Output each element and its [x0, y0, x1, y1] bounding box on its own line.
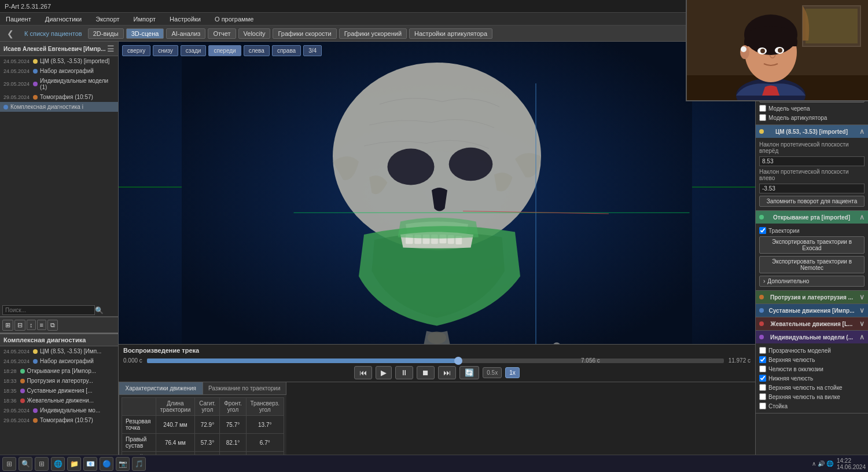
taskbar-app2[interactable]: 📁 [67, 457, 81, 471]
bottom-item-0[interactable]: 24.05.2024 ЦМ (8.53, -3.53) [Имп... [0, 346, 118, 356]
tab-velocity[interactable]: Velocity [238, 28, 271, 39]
bottom-item-1[interactable]: 24.05.2024 Набор аксиографий [0, 356, 118, 366]
view-back[interactable]: сзади [181, 45, 207, 56]
cm-save-btn[interactable]: Запомнить поворот для пациента [759, 196, 865, 207]
viewport-3d[interactable]: сверху снизу сзади спереди слева справа … [119, 42, 755, 344]
tab-report[interactable]: Отчет [208, 28, 236, 39]
timeline-cursor[interactable] [454, 357, 462, 365]
speed-one-button[interactable]: 1x [505, 367, 520, 378]
checkbox-skull-input[interactable] [759, 105, 766, 112]
tab-ai[interactable]: AI-анализ [166, 28, 205, 39]
cm-section-header[interactable]: ЦМ (8.53, -3.53) [imported] ∧ [756, 125, 868, 138]
view-top[interactable]: сверху [122, 45, 150, 56]
row1-transv: 6.7° [246, 434, 284, 452]
models-header[interactable]: Индивидуальные модели (... ∧ [756, 331, 868, 343]
mouth-section-header[interactable]: Открывание рта [imported] ∧ [756, 211, 868, 224]
search-icon[interactable]: 🔍 [95, 306, 104, 314]
taskbar-app1[interactable]: 🌐 [51, 457, 65, 471]
joint-collapse[interactable]: ∨ [859, 306, 865, 314]
cb-stand-input[interactable] [759, 403, 766, 409]
chew-header[interactable]: Жевательные движения [L... ∨ [756, 317, 868, 330]
patient-link[interactable]: К списку пациентов [21, 30, 86, 37]
skull-scene[interactable] [119, 42, 755, 344]
pause-button[interactable]: ⏸ [395, 366, 413, 379]
sidebar-item-0[interactable]: 24.05.2024 ЦМ (8.53, -3.53) [imported] [0, 56, 118, 66]
export-exocad-btn[interactable]: Экспортировать траектории в Exocad [759, 236, 865, 254]
cm-input2[interactable] [759, 184, 865, 193]
cb-upper-stand-input[interactable] [759, 384, 766, 391]
chew-collapse[interactable]: ∨ [859, 320, 865, 328]
loop-button[interactable]: 🔄 [459, 366, 479, 379]
taskbar-app4[interactable]: 🔵 [100, 457, 113, 471]
cb-upper-jaw-input[interactable] [759, 356, 766, 363]
app-title: P-Art 2.5.31.267 [5, 3, 51, 10]
export-nemotec-btn[interactable]: Экспортировать траектории в Nemotec [759, 256, 865, 273]
menu-settings[interactable]: Настройки [166, 14, 204, 24]
speed-half-button[interactable]: 0.5x [483, 367, 502, 378]
models-collapse[interactable]: ∧ [859, 333, 865, 341]
taskbar-app6[interactable]: 🎵 [132, 457, 146, 471]
view-34[interactable]: 3/4 [303, 45, 322, 56]
menu-export[interactable]: Экспорт [92, 14, 123, 24]
patient-name: Исаев Алексей Евгеньевич [Импр... [3, 46, 105, 52]
chew-dot [759, 321, 764, 326]
tab-speed-graph[interactable]: Графики скорости [273, 28, 336, 39]
menu-import[interactable]: Импорт [130, 14, 159, 24]
skip-forward-button[interactable]: ⏭ [438, 366, 456, 379]
sidebar-menu-icon[interactable]: ☰ [107, 44, 115, 53]
models-title: Индивидуальные модели (... [770, 334, 853, 341]
mv-tab-2[interactable]: Разжикание по траектории [203, 382, 287, 394]
taskbar-start[interactable]: ⊞ [2, 457, 16, 471]
taskbar-search[interactable]: 🔍 [19, 457, 32, 471]
sidebar-item-1[interactable]: 24.05.2024 Набор аксиографий [0, 66, 118, 76]
view-front[interactable]: спереди [208, 45, 241, 56]
joint-header[interactable]: Суставные движения [Импр... ∨ [756, 304, 868, 317]
bottom-item-4[interactable]: 18:35 Суставные движения [... [0, 386, 118, 396]
sidebar-item-4[interactable]: Комплексная диагностика і [0, 102, 118, 112]
cm-input1[interactable] [759, 156, 865, 166]
view-right[interactable]: справа [272, 45, 301, 56]
tb-btn-2[interactable]: ⊟ [14, 320, 25, 331]
cb-transparency-input[interactable] [759, 347, 766, 354]
taskbar-app5[interactable]: 📷 [116, 457, 130, 471]
menu-about[interactable]: О программе [211, 14, 257, 24]
cb-occlusion-input[interactable] [759, 365, 766, 372]
back-button[interactable]: ❮ [2, 28, 19, 39]
sidebar-item-3[interactable]: 29.05.2024 Томография (10:57) [0, 92, 118, 102]
play-button[interactable]: ▶ [376, 366, 392, 379]
tab-3d[interactable]: 3D-сцена [126, 28, 164, 39]
taskbar-app3[interactable]: 📧 [83, 457, 97, 471]
taskbar-apps[interactable]: ⊞ [35, 457, 49, 471]
menu-diagnostics[interactable]: Диагностики [42, 14, 86, 24]
checkbox-articulator-input[interactable] [759, 114, 766, 121]
bottom-item-3[interactable]: 18:33 Протрузия и латеротру... [0, 376, 118, 386]
tb-btn-4[interactable]: ≡ [37, 320, 46, 330]
extra-btn[interactable]: › Дополнительно [759, 276, 865, 287]
menu-patient[interactable]: Пациент [2, 14, 35, 24]
tb-btn-3[interactable]: ↕ [27, 320, 36, 330]
mouth-collapse-icon[interactable]: ∧ [859, 213, 865, 221]
bottom-item-7[interactable]: 29.05.2024 Томография (10:57) [0, 415, 118, 425]
tab-2d[interactable]: 2D-виды [88, 28, 124, 39]
protrusion-header[interactable]: Протрузия и латеротрузия ... ∨ [756, 291, 868, 303]
skip-back-button[interactable]: ⏮ [354, 366, 372, 379]
mv-tab-1[interactable]: Характеристики движения [119, 382, 203, 394]
tb-btn-1[interactable]: ⊞ [2, 320, 13, 331]
bottom-item-6[interactable]: 29.05.2024 Индивидуальные мо... [0, 405, 118, 415]
bottom-item-5[interactable]: 18:36 Жевательные движени... [0, 396, 118, 405]
sidebar-search-input[interactable] [2, 305, 95, 315]
cm-collapse-icon[interactable]: ∧ [859, 127, 865, 136]
cb-upper-fork-input[interactable] [759, 393, 766, 400]
tab-articulator[interactable]: Настройки артикулятора [409, 28, 492, 39]
checkbox-trajectory-input[interactable] [759, 227, 766, 234]
tb-btn-5[interactable]: ⧉ [47, 320, 58, 331]
protrusion-collapse[interactable]: ∨ [859, 293, 865, 301]
view-left[interactable]: слева [244, 45, 270, 56]
bottom-item-2[interactable]: 18:28 Открывание рта [Импор... [0, 366, 118, 376]
tab-accel-graph[interactable]: Графики ускорений [339, 28, 407, 39]
cb-lower-jaw-input[interactable] [759, 375, 766, 382]
sidebar-item-2[interactable]: 29.05.2024 Индивидуальные модели (1) [0, 76, 118, 92]
timeline-bar[interactable] [147, 358, 724, 363]
stop-button[interactable]: ⏹ [417, 366, 435, 379]
view-bottom[interactable]: снизу [153, 45, 178, 56]
